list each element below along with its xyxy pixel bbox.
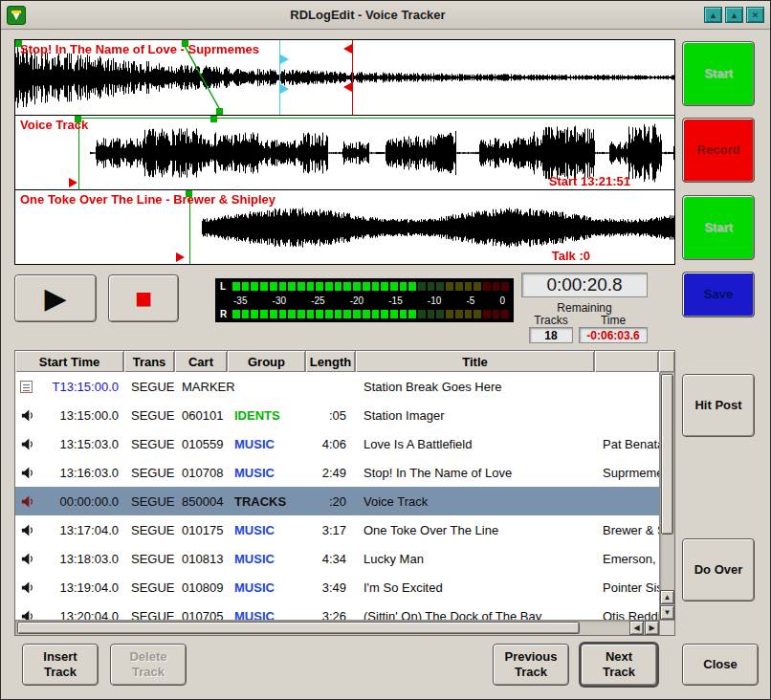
scroll-up-icon[interactable]: ▲ [660, 590, 674, 604]
insert-track-button[interactable]: Insert Track [22, 644, 99, 686]
artist-cell: Pat Benatar [595, 437, 659, 451]
scale-tick: -20 [350, 295, 363, 306]
log-table-row[interactable]: 13:20:04.0 SEGUE 010705 MUSIC 3:26 (Sitt… [15, 602, 659, 620]
waveform-stack: Stop! In The Name of Love - Suprmemes Vo… [14, 39, 675, 265]
group-cell: MUSIC [228, 466, 306, 480]
track-end-handle[interactable] [210, 116, 217, 122]
delete-track-button[interactable]: Delete Track [110, 644, 187, 686]
vertical-scrollbar[interactable]: ▲ ▼ [659, 372, 674, 620]
artist-cell: Brewer & S [595, 523, 659, 537]
title-cell: Love Is A Battlefield [356, 437, 595, 451]
scroll-left-icon[interactable]: ◀ [629, 621, 644, 635]
log-table-row[interactable]: 13:19:04.0 SEGUE 010809 MUSIC 3:49 I'm S… [15, 573, 659, 602]
rivendell-logo-icon [7, 6, 26, 25]
length-cell: 2:49 [306, 466, 356, 480]
meter-scale: -35 -30 -25 -20 -15 -10 -5 0 [220, 295, 509, 306]
segue-marker-icon[interactable] [343, 44, 352, 54]
start-time-cell: 13:15:00.0 [34, 408, 119, 423]
header-cart: Cart [175, 351, 228, 372]
group-cell: MUSIC [228, 437, 306, 451]
note-icon [20, 381, 33, 393]
log-table: Start Time Trans Cart Group Length Title… [14, 350, 675, 636]
group-cell: MUSIC [228, 523, 306, 537]
log-table-row[interactable]: T13:15:00.0 SEGUE MARKER Station Break G… [15, 372, 659, 401]
speaker-icon [20, 494, 34, 509]
scroll-down-icon[interactable]: ▼ [660, 605, 674, 620]
artist-cell: Pointer Sist [595, 580, 659, 595]
cart-cell: 010809 [175, 580, 228, 595]
audio-level-meter: L -35 -30 -25 -20 -15 -10 -5 0 R [215, 278, 514, 322]
cart-cell: 010708 [175, 466, 228, 480]
record-button[interactable]: Record [682, 118, 755, 183]
artist-cell: Emerson, L [595, 552, 659, 566]
do-over-button[interactable]: Do Over [682, 538, 755, 602]
start-time-cell: 13:20:04.0 [34, 609, 119, 621]
length-cell: 3:17 [306, 523, 356, 537]
length-cell: 3:26 [306, 609, 356, 621]
title-cell: (Sittin' On) The Dock of The Bay [356, 609, 595, 621]
talk-marker-line[interactable] [279, 40, 280, 115]
cart-cell: MARKER [175, 380, 228, 394]
waveform-panel-1[interactable]: Stop! In The Name of Love - Suprmemes [15, 40, 674, 115]
play-button[interactable]: ▶ [14, 274, 97, 322]
maximize-icon[interactable]: ▲ [725, 7, 743, 23]
scale-tick: 0 [499, 295, 505, 306]
next-track-button[interactable]: Next Track [581, 644, 657, 686]
log-table-row[interactable]: 13:17:04.0 SEGUE 010175 MUSIC 3:17 One T… [15, 515, 659, 544]
log-table-row[interactable]: 13:18:03.0 SEGUE 010813 MUSIC 4:34 Lucky… [15, 544, 659, 573]
vscroll-thumb[interactable] [661, 374, 673, 535]
header-spacer [659, 351, 674, 372]
trans-cell: SEGUE [124, 580, 175, 595]
stop-button[interactable]: ■ [108, 274, 179, 322]
log-table-row[interactable]: 13:16:03.0 SEGUE 010708 MUSIC 2:49 Stop!… [15, 458, 659, 487]
horizontal-scrollbar[interactable]: ◀ ▶ [15, 620, 659, 635]
cart-cell: 010705 [175, 609, 228, 621]
close-button[interactable]: Close [682, 644, 759, 686]
scale-tick: -30 [273, 295, 286, 306]
play-cursor-icon[interactable] [176, 252, 185, 262]
talk-marker-icon[interactable] [280, 55, 289, 64]
start-top-button[interactable]: Start [682, 41, 755, 106]
close-window-icon[interactable]: ✕ [746, 7, 764, 23]
fade-end-handle[interactable] [216, 108, 223, 115]
log-table-row[interactable]: 00:00:00.0 SEGUE 850004 TRACKS :20 Voice… [15, 487, 659, 515]
previous-track-button[interactable]: Previous Track [493, 644, 569, 686]
start-time-cell: T13:15:00.0 [33, 380, 119, 394]
start-time-cell: 13:15:03.0 [34, 437, 119, 451]
segue-marker-icon[interactable] [343, 82, 352, 92]
meter-left-segments [232, 282, 509, 291]
hscroll-thumb[interactable] [17, 622, 580, 634]
log-table-row[interactable]: 13:15:00.0 SEGUE 060101 IDENTS :05 Stati… [15, 401, 659, 429]
segue-marker-line[interactable] [352, 40, 353, 115]
header-start-time: Start Time [15, 351, 124, 372]
track-title-label: Voice Track [20, 118, 88, 132]
group-cell: MUSIC [228, 609, 306, 621]
length-cell: :05 [306, 408, 356, 423]
talk-time-label: Talk :0 [552, 249, 590, 263]
trans-cell: SEGUE [124, 494, 175, 509]
hit-post-button[interactable]: Hit Post [682, 374, 755, 437]
scroll-right-icon[interactable]: ▶ [645, 621, 659, 635]
scale-tick: -15 [388, 295, 402, 306]
meter-right-segments [232, 310, 509, 318]
trans-cell: SEGUE [124, 466, 175, 480]
group-cell: IDENTS [228, 408, 306, 423]
title-cell: One Toke Over The Line [356, 523, 595, 537]
start-bottom-button[interactable]: Start [682, 195, 755, 260]
window-title: RDLogEdit - Voice Tracker [32, 8, 704, 22]
cart-cell: 010559 [175, 437, 228, 451]
waveform-panel-3[interactable]: One Toke Over The Line - Brewer & Shiple… [15, 189, 674, 264]
title-cell: I'm So Excited [356, 580, 595, 595]
talk-marker-icon[interactable] [280, 84, 289, 94]
play-cursor-icon[interactable] [69, 178, 77, 187]
track-bound-line [78, 118, 674, 119]
shade-icon[interactable]: ▲ [704, 7, 722, 23]
play-icon: ▶ [44, 284, 66, 313]
save-button[interactable]: Save [682, 272, 755, 317]
waveform-panel-2[interactable]: Voice Track Start 13:21:51 [15, 115, 674, 189]
cart-cell: 010813 [175, 552, 228, 566]
log-table-row[interactable]: 13:15:03.0 SEGUE 010559 MUSIC 4:06 Love … [15, 429, 659, 458]
cart-cell: 850004 [175, 494, 228, 509]
titlebar[interactable]: RDLogEdit - Voice Tracker ▲ ▲ ✕ [1, 1, 770, 30]
speaker-icon [20, 580, 34, 595]
